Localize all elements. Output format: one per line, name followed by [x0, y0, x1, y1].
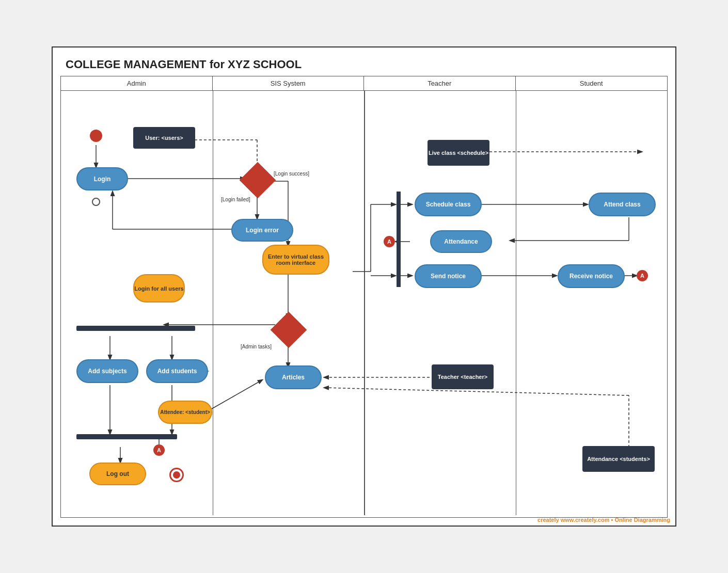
login-failed-label: [Login failed]: [221, 197, 250, 202]
receive-notice[interactable]: Receive notice: [558, 264, 625, 288]
login-decision-diamond: [245, 167, 271, 193]
add-subjects[interactable]: Add subjects: [76, 359, 138, 383]
attendance[interactable]: Attendance: [430, 230, 492, 253]
lane-header-sis: SIS System: [213, 76, 365, 90]
page: COLLEGE MANAGEMENT for XYZ SCHOOL Admin …: [52, 46, 676, 527]
articles[interactable]: Articles: [265, 365, 322, 389]
lane-header-admin: Admin: [61, 76, 213, 90]
lane-header-student: Student: [516, 76, 668, 90]
a-circle-student: A: [637, 270, 648, 281]
divider-1: [213, 91, 214, 515]
admin-decision-diamond: [276, 317, 302, 343]
user-label-box: User: <users>: [133, 127, 195, 149]
lane-header-teacher: Teacher: [364, 76, 516, 90]
login-success-label: [Login success]: [274, 171, 309, 177]
attend-class[interactable]: Attend class: [589, 193, 656, 216]
login-all-users: Login for all users: [133, 274, 185, 303]
brand-name: creately: [537, 517, 559, 523]
swimlane-body: User: <users> Login Login for all users …: [61, 91, 667, 515]
login-node[interactable]: Login: [76, 167, 128, 190]
login-error[interactable]: Login error: [231, 219, 293, 242]
watermark-url: www.creately.com • Online Diagramming: [561, 517, 670, 523]
divider-2: [364, 91, 365, 515]
live-class-box: Live class <schedule>: [428, 140, 489, 166]
svg-line-17: [208, 380, 262, 411]
teacher-label-box: Teacher <teacher>: [432, 364, 494, 389]
admin-join-bar: [76, 434, 177, 439]
watermark: creately www.creately.com • Online Diagr…: [537, 517, 670, 523]
send-notice[interactable]: Send notice: [415, 264, 482, 288]
diagram-area: Admin SIS System Teacher Student: [60, 76, 668, 518]
schedule-class[interactable]: Schedule class: [415, 193, 482, 216]
start-circle: [90, 130, 102, 142]
page-title: COLLEGE MANAGEMENT for XYZ SCHOOL: [58, 53, 670, 74]
attendee-label: Attendee: <student>: [158, 401, 212, 424]
a-circle-teacher: A: [384, 236, 395, 247]
attendance-students-box: Attendance <students>: [582, 446, 655, 472]
a-circle-admin: A: [153, 444, 165, 456]
end-circle: [169, 468, 184, 482]
log-out[interactable]: Log out: [89, 463, 146, 485]
enter-virtual[interactable]: Enter to virtual class room interface: [262, 245, 329, 275]
login-loop-circle: [92, 198, 100, 206]
add-students[interactable]: Add students: [146, 359, 208, 383]
admin-tasks-label: [Admin tasks]: [241, 344, 272, 349]
admin-fork-bar: [76, 326, 195, 331]
divider-3: [516, 91, 517, 515]
swimlane-headers: Admin SIS System Teacher Student: [61, 76, 667, 91]
